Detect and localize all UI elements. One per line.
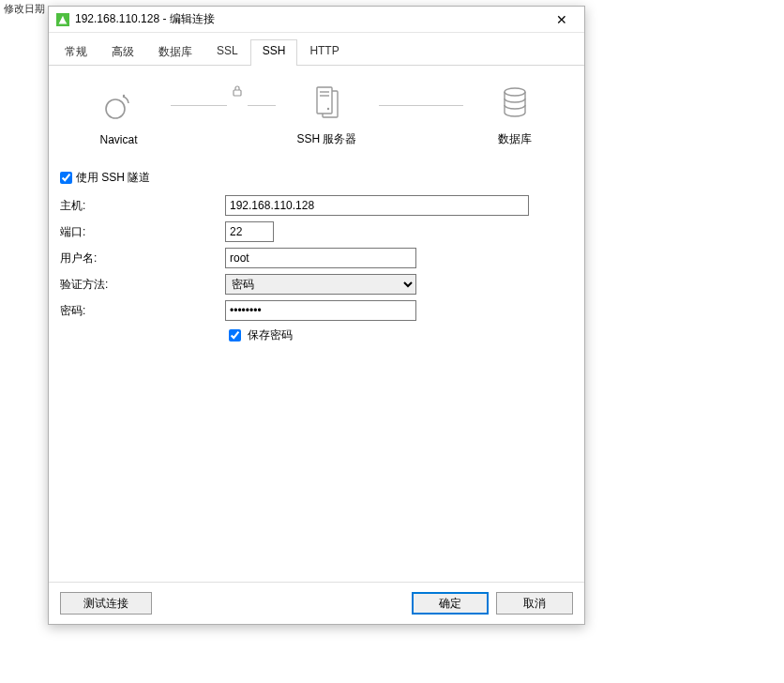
edit-connection-dialog: 192.168.110.128 - 编辑连接 ✕ 常规 高级 数据库 SSL S… [48,6,585,625]
topology-line-1b [248,105,276,106]
host-input[interactable] [225,195,529,216]
tab-ssh[interactable]: SSH [250,39,298,66]
save-password-checkbox[interactable] [229,329,241,342]
tab-ssl[interactable]: SSL [204,39,250,66]
host-label: 主机: [60,198,225,214]
topology-ssh-label: SSH 服务器 [296,131,356,147]
save-password-row[interactable]: 保存密码 [225,326,573,344]
background-fragment: 修改日期 [0,0,49,18]
topology-line-2 [379,105,463,106]
ok-button[interactable]: 确定 [412,592,489,615]
topology-db-label: 数据库 [498,131,532,147]
auth-label: 验证方法: [60,277,225,293]
tabstrip: 常规 高级 数据库 SSL SSH HTTP [49,33,584,66]
svg-point-1 [106,99,125,118]
test-connection-button[interactable]: 测试连接 [60,592,152,615]
svg-rect-3 [234,90,241,96]
ssh-form: 使用 SSH 隧道 主机: 端口: 用户名: 验证方法: 密码 [60,170,573,344]
topology-line-1 [171,105,227,106]
use-ssh-label: 使用 SSH 隧道 [76,170,150,186]
auth-select[interactable]: 密码 [225,274,416,295]
topology-navicat-label: Navicat [99,133,137,146]
close-icon: ✕ [556,13,567,26]
tab-advanced[interactable]: 高级 [99,39,146,66]
svg-point-2 [122,94,124,96]
tab-content: Navicat [49,66,584,582]
use-ssh-row[interactable]: 使用 SSH 隧道 [60,170,573,186]
content-spacer [60,344,573,574]
password-row: 密码: [60,300,573,321]
port-input[interactable] [225,221,274,242]
topology-ssh: SSH 服务器 [276,84,379,147]
user-row: 用户名: [60,248,573,268]
window-title: 192.168.110.128 - 编辑连接 [75,11,545,27]
password-label: 密码: [60,303,225,319]
server-icon [311,84,343,122]
svg-rect-5 [317,87,332,114]
user-input[interactable] [225,248,416,268]
topology-db: 数据库 [463,84,566,147]
navicat-icon [102,86,136,124]
topology-diagram: Navicat [60,84,573,147]
titlebar: 192.168.110.128 - 编辑连接 ✕ [49,7,584,33]
tab-general[interactable]: 常规 [53,39,99,66]
bg-col-label: 修改日期 [4,2,45,16]
close-button[interactable]: ✕ [545,9,579,30]
tab-database[interactable]: 数据库 [146,39,204,66]
database-icon [501,84,529,122]
cancel-button[interactable]: 取消 [496,592,573,615]
port-label: 端口: [60,224,225,240]
app-icon [56,13,69,26]
svg-point-8 [326,108,328,110]
host-row: 主机: [60,195,573,216]
svg-point-9 [505,88,525,96]
topology-navicat: Navicat [68,86,171,146]
use-ssh-checkbox[interactable] [60,172,72,184]
port-row: 端口: [60,221,573,242]
user-label: 用户名: [60,250,225,266]
save-password-label: 保存密码 [248,327,293,343]
password-input[interactable] [225,300,416,321]
tab-http[interactable]: HTTP [297,39,351,66]
dialog-footer: 测试连接 确定 取消 [49,582,584,624]
lock-icon [227,84,248,100]
auth-row: 验证方法: 密码 [60,274,573,295]
